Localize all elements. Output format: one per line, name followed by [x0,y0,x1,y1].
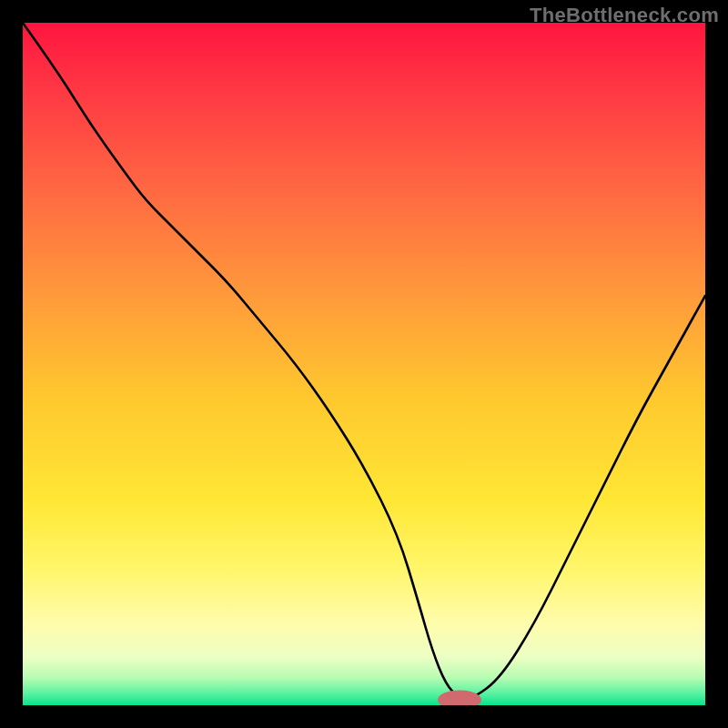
attribution-label: TheBottleneck.com [530,4,719,27]
gradient-background [23,23,705,705]
bottleneck-plot [23,23,705,705]
chart-svg [23,23,705,705]
chart-container: TheBottleneck.com [0,0,728,728]
